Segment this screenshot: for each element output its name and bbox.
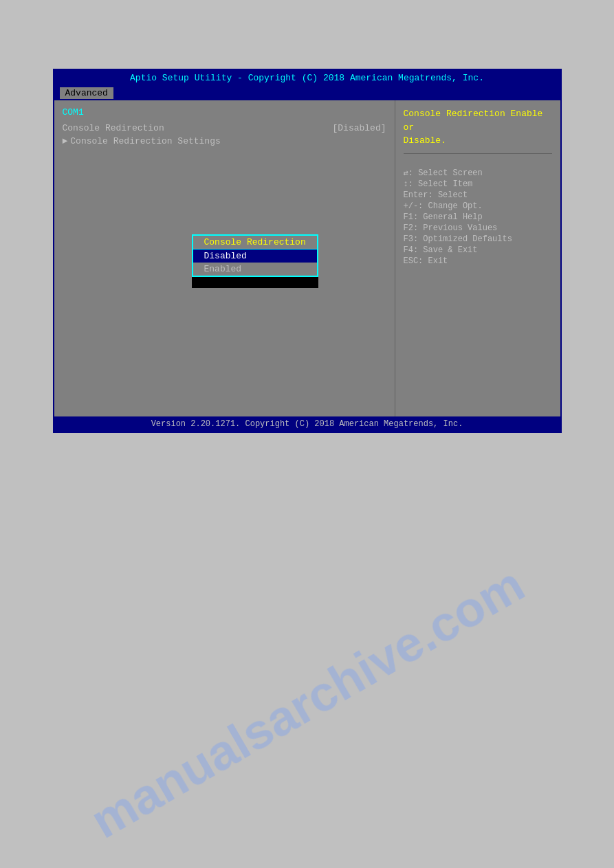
help-text: Console Redirection Enable orDisable. — [404, 107, 552, 148]
console-redirection-settings-label: Console Redirection Settings — [70, 136, 386, 146]
section-label: COM1 — [63, 107, 386, 118]
menu-item-console-redirection-settings[interactable]: ► Console Redirection Settings — [63, 136, 386, 146]
keybinding-f3: F3: Optimized Defaults — [404, 234, 552, 244]
popup-option-disabled[interactable]: Disabled — [193, 249, 317, 263]
bios-nav: Advanced — [54, 86, 560, 100]
popup-box: Console Redirection Disabled Enabled — [192, 234, 318, 277]
keybinding-change-opt: +/-: Change Opt. — [404, 201, 552, 211]
keybinding-f1: F1: General Help — [404, 212, 552, 222]
keybindings: ⇄: Select Screen ↕: Select Item Enter: S… — [404, 168, 552, 266]
main-panel: COM1 Console Redirection [Disabled] ► Co… — [54, 100, 395, 416]
popup-overlay: Console Redirection Disabled Enabled — [192, 234, 318, 288]
arrow-icon: ► — [63, 136, 68, 146]
menu-item-console-redirection[interactable]: Console Redirection [Disabled] — [63, 123, 386, 133]
header-title: Aptio Setup Utility - Copyright (C) 2018… — [130, 73, 484, 83]
sidebar-panel: Console Redirection Enable orDisable. ⇄:… — [395, 100, 560, 416]
keybinding-esc: ESC: Exit — [404, 256, 552, 266]
popup-option-enabled[interactable]: Enabled — [193, 263, 317, 276]
watermark: manualsarchive.com — [81, 555, 534, 849]
sidebar-divider — [404, 153, 552, 154]
bios-window: Aptio Setup Utility - Copyright (C) 2018… — [53, 69, 562, 433]
console-redirection-value: [Disabled] — [332, 123, 386, 133]
nav-advanced[interactable]: Advanced — [60, 87, 113, 99]
bios-footer: Version 2.20.1271. Copyright (C) 2018 Am… — [54, 416, 560, 432]
bios-body: COM1 Console Redirection [Disabled] ► Co… — [54, 100, 560, 416]
console-redirection-label: Console Redirection — [63, 123, 333, 133]
keybinding-f2: F2: Previous Values — [404, 223, 552, 233]
footer-text: Version 2.20.1271. Copyright (C) 2018 Am… — [151, 419, 463, 429]
keybinding-select-item: ↕: Select Item — [404, 179, 552, 189]
keybinding-select-screen: ⇄: Select Screen — [404, 168, 552, 178]
bios-header: Aptio Setup Utility - Copyright (C) 2018… — [54, 70, 560, 86]
popup-black-bar — [192, 277, 318, 288]
keybinding-enter: Enter: Select — [404, 190, 552, 200]
popup-title: Console Redirection — [193, 236, 317, 249]
keybinding-f4: F4: Save & Exit — [404, 245, 552, 255]
